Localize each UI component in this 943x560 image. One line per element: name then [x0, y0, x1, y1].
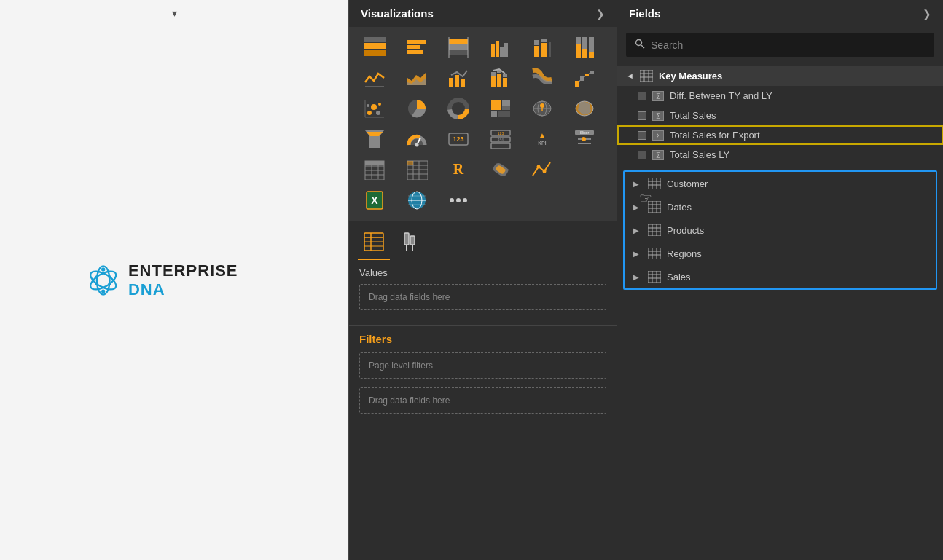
logo-dna: DNA — [128, 280, 165, 299]
key-measures-header[interactable]: ◄ Key Measures — [617, 66, 943, 86]
clustered-column-icon[interactable] — [484, 33, 517, 62]
dna-icon — [87, 262, 120, 299]
svg-rect-49 — [585, 74, 589, 76]
field-total-sales-ly-measure-icon: ∑ — [652, 150, 664, 160]
svg-rect-34 — [589, 37, 594, 52]
svg-point-3 — [101, 267, 105, 271]
svg-point-54 — [367, 111, 372, 115]
fields-tab[interactable] — [358, 228, 390, 260]
format-tab[interactable] — [393, 228, 425, 260]
collapse-arrow[interactable]: ▾ — [164, 6, 184, 20]
funnel-icon[interactable] — [358, 125, 391, 154]
viz-panel-chevron[interactable]: ❯ — [596, 8, 605, 20]
field-total-sales-ly[interactable]: ∑ Total Sales LY — [617, 145, 943, 165]
field-total-sales[interactable]: ∑ Total Sales — [617, 106, 943, 125]
svg-point-121 — [456, 198, 461, 202]
fields-panel-chevron[interactable]: ❯ — [923, 8, 931, 20]
table-customer[interactable]: ▶ Customer ☞ — [625, 172, 936, 195]
svg-rect-25 — [534, 40, 539, 45]
treemap-icon[interactable] — [484, 94, 517, 123]
stacked-bar-icon[interactable] — [358, 33, 391, 62]
svg-point-120 — [450, 198, 454, 202]
line-clustered-icon[interactable] — [442, 63, 475, 92]
table-products[interactable]: ▶ Products — [625, 218, 936, 242]
svg-line-133 — [641, 45, 644, 48]
ribbon-chart-icon[interactable] — [525, 63, 559, 92]
field-total-sales-export-name: Total Sales for Export — [670, 130, 760, 141]
svg-rect-32 — [582, 37, 587, 49]
line-chart-icon[interactable] — [358, 63, 391, 92]
card-icon[interactable]: 123 — [442, 125, 475, 154]
waterfall-icon[interactable] — [568, 63, 601, 92]
gauge-icon[interactable] — [400, 125, 434, 154]
excel-icon[interactable]: X — [358, 186, 391, 215]
search-input[interactable] — [651, 39, 926, 51]
scatter-chart-icon[interactable] — [358, 94, 391, 123]
svg-rect-129 — [410, 236, 415, 245]
svg-rect-16 — [449, 44, 468, 50]
field-diff-checkbox — [638, 92, 646, 100]
svg-rect-9 — [364, 43, 386, 49]
sales-table-name: Sales — [667, 272, 691, 283]
measures-table-icon — [640, 70, 653, 82]
svg-rect-10 — [364, 50, 386, 56]
search-box — [626, 33, 934, 57]
field-total-sales-export-checkbox — [638, 131, 646, 140]
svg-rect-85 — [491, 143, 510, 149]
stacked-bar-100-icon[interactable] — [442, 33, 475, 62]
stacked-column-icon[interactable] — [525, 33, 559, 62]
svg-rect-30 — [576, 37, 581, 44]
filters-drop-zone[interactable]: Drag data fields here — [359, 387, 606, 414]
viz-sub-tabs — [349, 221, 617, 260]
svg-text:KPI: KPI — [538, 141, 546, 146]
r-script-icon[interactable]: R — [442, 155, 475, 184]
svg-rect-43 — [497, 74, 501, 87]
field-diff-name: Diff. Between TY and LY — [670, 90, 772, 101]
table-icon[interactable] — [358, 155, 391, 184]
logo-area: ENTERPRISE DNA — [87, 261, 262, 299]
svg-rect-13 — [407, 45, 420, 49]
svg-text:Slicer: Slicer — [579, 130, 589, 135]
pie-chart-icon[interactable] — [400, 94, 434, 123]
products-expand-arrow: ▶ — [633, 226, 642, 234]
svg-point-57 — [367, 104, 369, 107]
svg-text:456: 456 — [497, 138, 504, 142]
page-level-filters[interactable]: Page level filters — [359, 352, 606, 379]
custom-visual-icon[interactable] — [484, 155, 517, 184]
clustered-bar-icon[interactable] — [400, 33, 434, 62]
svg-rect-95 — [365, 161, 384, 165]
filters-section: Filters Page level filters Drag data fie… — [349, 325, 617, 425]
line-chart-2-icon[interactable] — [525, 155, 559, 184]
kpi-icon[interactable]: ▲ KPI — [525, 125, 559, 154]
dates-expand-arrow: ▶ — [633, 203, 642, 211]
globe-icon[interactable] — [400, 186, 434, 215]
field-diff-ty-ly[interactable]: ∑ Diff. Between TY and LY — [617, 86, 943, 106]
svg-rect-50 — [590, 71, 594, 74]
stacked-column-100-icon[interactable] — [568, 33, 601, 62]
svg-rect-108 — [407, 161, 413, 165]
fields-panel-title: Fields — [629, 7, 660, 20]
more-options-icon[interactable] — [442, 186, 475, 215]
svg-rect-38 — [449, 78, 453, 87]
svg-point-7 — [95, 282, 98, 285]
matrix-icon[interactable] — [400, 155, 434, 184]
filled-map-icon[interactable] — [568, 94, 601, 123]
donut-chart-icon[interactable] — [442, 94, 475, 123]
line-stacked-icon[interactable] — [484, 63, 517, 92]
map-icon[interactable] — [525, 94, 559, 123]
table-sales[interactable]: ▶ Sales — [625, 265, 936, 288]
svg-point-56 — [378, 103, 381, 106]
svg-point-132 — [636, 40, 642, 46]
svg-rect-144 — [648, 201, 661, 213]
values-drop-zone[interactable]: Drag data fields here — [359, 284, 606, 310]
products-table-name: Products — [667, 225, 704, 236]
table-dates[interactable]: ▶ Dates — [625, 195, 936, 218]
table-regions[interactable]: ▶ Regions — [625, 242, 936, 265]
field-total-sales-export[interactable]: ∑ Total Sales for Export — [617, 125, 943, 145]
multi-row-card-icon[interactable]: 123 456 — [484, 125, 517, 154]
measures-expand-icon: ◄ — [626, 71, 634, 80]
svg-point-4 — [101, 289, 105, 293]
slicer-icon[interactable]: Slicer — [568, 125, 601, 154]
svg-rect-159 — [648, 271, 661, 283]
area-chart-icon[interactable] — [400, 63, 434, 92]
